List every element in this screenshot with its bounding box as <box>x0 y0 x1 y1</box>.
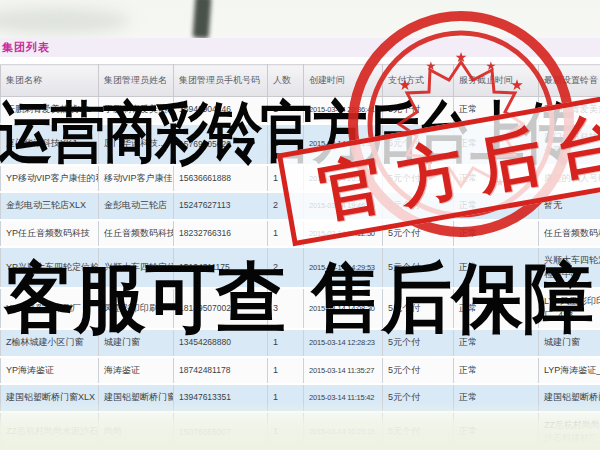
cell-admin-phone: 18742481178 <box>174 357 268 385</box>
cell-admin-name: 任丘音频数码科技 <box>99 220 174 248</box>
page-title: 集团列表 <box>2 40 50 55</box>
star-icon: ★ <box>426 59 437 73</box>
cell-admin-name: 金彭电动三轮店 <box>99 192 174 220</box>
star-icon: ★ <box>486 59 497 73</box>
table-row: YP海涛鉴证 海涛鉴证 18742481178 1 2015-03-14 11:… <box>1 357 600 385</box>
watermark-line2-right: 售后保障 <box>311 253 594 342</box>
screenshot-root: 集团列表 集团名称 集团管理员姓名 集团管理员手机号码 人数 创建时间 支付方式 <box>0 0 600 450</box>
bottom-photo-fade <box>0 402 600 450</box>
cell-pay-method: 5元个付 <box>383 357 454 385</box>
cell-admin-name: 海涛鉴证 <box>99 357 174 385</box>
background-blur-blob <box>0 8 130 34</box>
star-icon: ★ <box>510 76 523 93</box>
cell-service-status: 正常 <box>454 357 539 385</box>
cell-group-name: YP任丘音频数码科技 <box>1 220 99 248</box>
background-dark-object <box>193 0 212 39</box>
star-icon: ★ <box>398 76 411 93</box>
cell-member-count: 1 <box>268 357 304 385</box>
watermark-line2: 客服可查售后保障 <box>4 248 594 351</box>
watermark-line2-left: 客服可查 <box>4 253 287 342</box>
cell-group-name: 金彭电动三轮店XLX <box>1 192 99 220</box>
cell-latest-ringtone: LYP海涛鉴证_425 <box>539 357 600 385</box>
cell-admin-phone: 18232766316 <box>174 220 268 248</box>
cell-created-time: 2015-03-14 11:35:27 <box>304 357 383 385</box>
star-icon: ★ <box>455 49 468 65</box>
cell-admin-phone: 15247627113 <box>174 192 268 220</box>
cell-group-name: YP海涛鉴证 <box>1 357 99 385</box>
